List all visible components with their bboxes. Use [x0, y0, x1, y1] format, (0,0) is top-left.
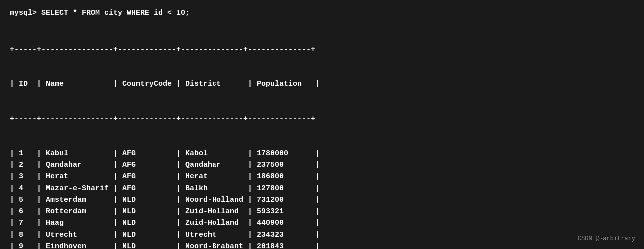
table-row: | 6 | Rotterdam | NLD | Zuid-Holland | 5… [10, 206, 634, 217]
table-row: | 7 | Haag | NLD | Zuid-Holland | 440900… [10, 217, 634, 229]
divider-top: +-----+----------------+-------------+--… [10, 44, 634, 55]
table-row: | 1 | Kabul | AFG | Kabol | 1780000 | [10, 148, 634, 159]
sql-table: +-----+----------------+-------------+--… [10, 20, 634, 249]
sql-command: mysql> SELECT * FROM city WHERE id < 10; [10, 9, 634, 17]
sql-terminal: mysql> SELECT * FROM city WHERE id < 10;… [10, 9, 634, 249]
table-rows: | 1 | Kabul | AFG | Kabol | 1780000 || 2… [10, 148, 634, 249]
table-row: | 8 | Utrecht | NLD | Utrecht | 234323 | [10, 229, 634, 241]
table-row: | 3 | Herat | AFG | Herat | 186800 | [10, 171, 634, 182]
watermark: CSDN @~arbitrary [578, 235, 635, 242]
table-row: | 9 | Eindhoven | NLD | Noord-Brabant | … [10, 241, 634, 249]
table-row: | 4 | Mazar-e-Sharif | AFG | Balkh | 127… [10, 183, 634, 194]
table-row: | 5 | Amsterdam | NLD | Noord-Holland | … [10, 194, 634, 206]
table-header: | ID | Name | CountryCode | District | P… [10, 78, 634, 90]
divider-mid: +-----+----------------+-------------+--… [10, 113, 634, 124]
table-row: | 2 | Qandahar | AFG | Qandahar | 237500… [10, 159, 634, 171]
